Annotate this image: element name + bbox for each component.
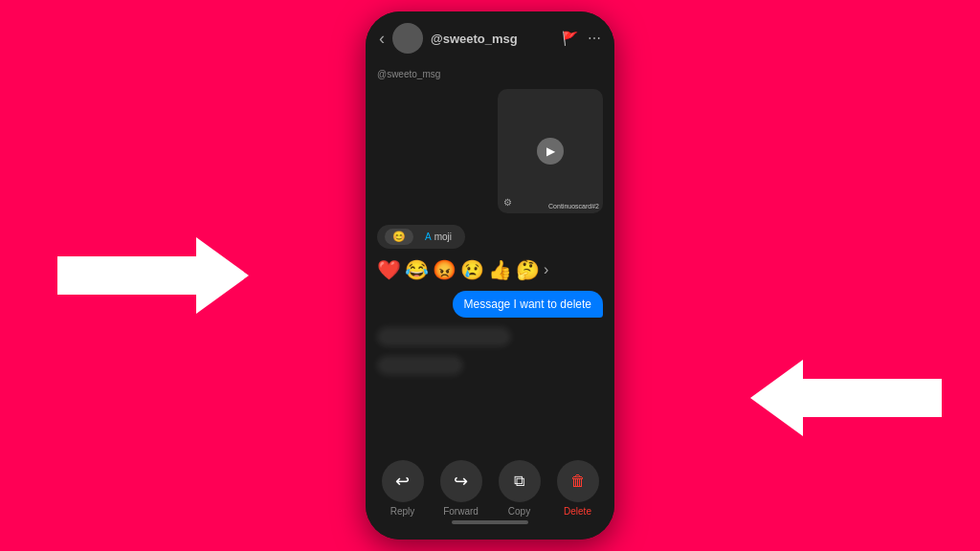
forward-button[interactable]: ↪ Forward <box>440 460 482 517</box>
forward-icon-circle: ↪ <box>440 460 482 502</box>
reply-icon: ↩ <box>395 471 410 492</box>
reply-button[interactable]: ↩ Reply <box>382 460 424 517</box>
more-emojis[interactable]: › <box>544 261 548 278</box>
avatar <box>392 23 423 54</box>
message-bubble: Message I want to delete <box>453 291 603 318</box>
settings-icon: ⚙ <box>503 197 512 208</box>
forward-label: Forward <box>443 506 479 517</box>
video-thumbnail[interactable]: ▶ ⚙ Continuoscard#2 <box>498 89 603 213</box>
video-label: Continuoscard#2 <box>548 203 599 209</box>
arrow-right <box>750 360 942 436</box>
emoji-thumbsup[interactable]: 👍 <box>488 258 512 281</box>
message-text: Message I want to delete <box>464 298 591 311</box>
chat-header: ‹ @sweeto_msg 🚩 ⋯ <box>366 11 614 61</box>
reply-label: Reply <box>390 506 415 517</box>
blurred-message-1 <box>377 327 511 346</box>
reaction-bar: 😊 A moji <box>377 225 465 249</box>
emoji-tab[interactable]: 😊 <box>385 229 413 245</box>
copy-button[interactable]: ⧉ Copy <box>499 460 541 517</box>
forward-icon: ↪ <box>454 471 468 492</box>
action-buttons-row: ↩ Reply ↪ Forward ⧉ Copy 🗑 Delet <box>373 460 607 517</box>
delete-label: Delete <box>564 506 591 517</box>
amoji-tab[interactable]: A moji <box>419 230 457 244</box>
emoji-tab-icon: 😊 <box>392 231 406 243</box>
contact-tag: @sweeto_msg <box>377 69 440 79</box>
emoji-think[interactable]: 🤔 <box>516 258 540 281</box>
copy-icon-circle: ⧉ <box>499 460 541 502</box>
emoji-row: ❤️ 😂 😡 😢 👍 🤔 › <box>377 258 603 281</box>
emoji-laugh[interactable]: 😂 <box>405 258 429 281</box>
reply-icon-circle: ↩ <box>382 460 424 502</box>
play-button[interactable]: ▶ <box>537 138 564 165</box>
amoji-label: moji <box>434 231 452 242</box>
flag-icon[interactable]: 🚩 <box>562 31 578 46</box>
amoji-logo: A <box>425 231 432 242</box>
home-indicator <box>452 520 528 524</box>
delete-button[interactable]: 🗑 Delete <box>557 460 599 517</box>
chat-area: @sweeto_msg ▶ ⚙ Continuoscard#2 😊 A moji… <box>366 61 614 451</box>
phone-frame: ‹ @sweeto_msg 🚩 ⋯ @sweeto_msg ▶ ⚙ Contin… <box>366 11 614 540</box>
header-icons: 🚩 ⋯ <box>562 31 601 46</box>
copy-icon: ⧉ <box>514 473 524 490</box>
delete-icon: 🗑 <box>570 473 586 490</box>
back-button[interactable]: ‹ <box>379 29 385 49</box>
emoji-cry[interactable]: 😢 <box>460 258 484 281</box>
delete-icon-circle: 🗑 <box>557 460 599 502</box>
arrow-left <box>57 237 249 314</box>
more-icon[interactable]: ⋯ <box>588 31 601 46</box>
blurred-message-2 <box>377 356 463 375</box>
copy-label: Copy <box>508 506 530 517</box>
contact-name: @sweeto_msg <box>431 32 554 46</box>
emoji-angry[interactable]: 😡 <box>433 258 457 281</box>
action-bar: ↩ Reply ↪ Forward ⧉ Copy 🗑 Delet <box>366 451 614 540</box>
emoji-heart[interactable]: ❤️ <box>377 258 401 281</box>
